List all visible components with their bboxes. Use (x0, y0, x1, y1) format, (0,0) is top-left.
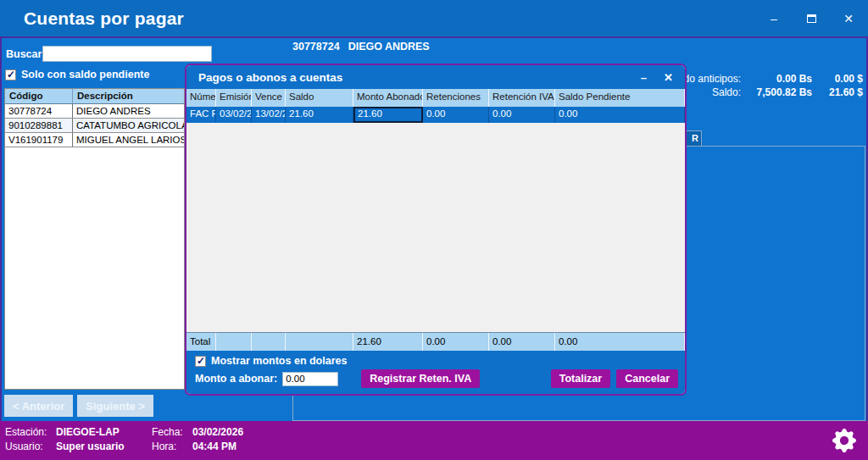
status-bar: Estación: DIEGOE-LAP Fecha: 03/02/2026 U… (0, 421, 868, 460)
settings-gear-icon[interactable] (832, 429, 856, 452)
totals-row: Total 21.60 0.00 0.00 0.00 (186, 332, 685, 351)
window-border-left (0, 38, 2, 421)
station-label: Estación: (5, 426, 49, 438)
cell-retencion-iva: 0.00 (489, 107, 555, 123)
total-saldo-pendiente: 0.00 (555, 333, 685, 351)
checkbox-checked-icon[interactable] (195, 356, 206, 367)
show-dollars-checkbox[interactable]: Mostrar montos en dolares (195, 355, 347, 367)
column-header-saldo-pendiente[interactable]: Saldo Pendiente (555, 89, 685, 107)
cell-numero: FAC FACT (186, 107, 216, 123)
window-title: Cuentas por pagar (24, 8, 184, 29)
cell-saldo: 21.60 (286, 107, 353, 123)
column-header-descripcion[interactable]: Descripción (73, 89, 133, 103)
customer-code: 30778724 (292, 41, 340, 53)
cell-code: V161901179 (5, 133, 73, 147)
column-header-retencion-iva[interactable]: Retención IVA (489, 89, 555, 107)
column-header-numero[interactable]: Número (186, 89, 216, 107)
cell-description: MIGUEL ANGEL LARIOS BOR (73, 133, 184, 147)
total-monto-abonado: 21.60 (353, 333, 423, 351)
table-row[interactable]: 30778724 DIEGO ANDRES (5, 104, 184, 119)
column-header-saldo[interactable]: Saldo (286, 89, 353, 107)
cancel-button[interactable]: Cancelar (616, 369, 678, 388)
pager: < Anterior Siguiente > (4, 395, 153, 417)
table-row[interactable]: V161901179 MIGUEL ANGEL LARIOS BOR (5, 133, 184, 147)
cell-vence: 13/02/20 (252, 107, 286, 123)
payments-modal: Pagos o abonos a cuentas – ✕ Número Emis… (185, 64, 687, 396)
search-label: Buscar: (6, 48, 46, 60)
amount-label: Monto a abonar: (195, 373, 277, 385)
total-empty-vence (252, 333, 286, 351)
invoices-table-header: Número Emisión Vence Saldo Monto Abonado… (186, 89, 685, 107)
maximize-icon[interactable] (798, 6, 824, 31)
time-label: Hora: (152, 441, 186, 452)
cell-code: 30778724 (5, 104, 73, 118)
register-iva-button[interactable]: Registrar Reten. IVA (361, 369, 480, 388)
time-value: 04:44 PM (192, 441, 243, 452)
modal-title: Pagos o abonos a cuentas (198, 71, 342, 84)
table-row[interactable]: 9010289881 CATATUMBO AGRICOLA Y V (5, 119, 184, 133)
user-value: Super usuario (56, 441, 145, 452)
modal-close-icon[interactable]: ✕ (664, 71, 673, 84)
cell-monto-abonado-editing[interactable]: 21.60 (353, 107, 423, 123)
balances-panel: Saldo anticipos: 0.00 Bs 0.00 $ Saldo: 7… (656, 73, 863, 98)
column-header-vence[interactable]: Vence (252, 89, 286, 107)
saldo-bs: 7,500.82 Bs (741, 86, 812, 98)
column-header-emision[interactable]: Emisión (216, 89, 252, 107)
next-button[interactable]: Siguiente > (77, 395, 153, 417)
pending-only-label: Solo con saldo pendiente (21, 69, 149, 80)
checkbox-checked-icon[interactable] (5, 69, 16, 80)
user-label: Usuario: (5, 441, 49, 452)
close-icon[interactable]: ✕ (836, 6, 861, 31)
column-header-retenciones[interactable]: Retenciones (423, 89, 489, 107)
cell-code: 9010289881 (5, 119, 73, 132)
cell-description: DIEGO ANDRES (73, 104, 184, 118)
invoices-table-empty-area (186, 123, 685, 332)
modal-minimize-icon[interactable]: – (641, 71, 647, 84)
anticipos-bs: 0.00 Bs (741, 73, 812, 85)
minimize-icon[interactable]: – (761, 6, 787, 31)
cell-description: CATATUMBO AGRICOLA Y V (73, 119, 184, 132)
accounts-table: Código Descripción 30778724 DIEGO ANDRES… (4, 88, 185, 390)
total-retenciones: 0.00 (423, 333, 489, 351)
maximize-box-icon (807, 14, 816, 23)
date-label: Fecha: (152, 426, 186, 438)
cell-emision: 03/02/20 (216, 107, 252, 123)
amount-input[interactable] (282, 372, 338, 386)
column-header-codigo[interactable]: Código (5, 89, 73, 103)
totalize-button[interactable]: Totalizar (551, 369, 610, 388)
modal-titlebar: Pagos o abonos a cuentas – ✕ (186, 65, 685, 89)
invoice-row-selected[interactable]: FAC FACT 03/02/20 13/02/20 21.60 21.60 0… (186, 107, 685, 123)
total-retencion-iva: 0.00 (489, 333, 555, 351)
station-value: DIEGOE-LAP (56, 426, 145, 438)
saldo-usd: 21.60 $ (812, 86, 863, 98)
anticipos-usd: 0.00 $ (812, 73, 863, 85)
accounts-table-header: Código Descripción (5, 89, 184, 104)
titlebar-divider (0, 36, 868, 38)
selected-customer-header: 30778724 DIEGO ANDRES (292, 41, 430, 53)
date-value: 03/02/2026 (192, 426, 243, 438)
cell-saldo-pendiente: 0.00 (555, 107, 685, 123)
cell-retenciones: 0.00 (423, 107, 489, 123)
column-header-monto-abonado[interactable]: Monto Abonado (353, 89, 423, 107)
show-dollars-label: Mostrar montos en dolares (211, 355, 347, 367)
modal-footer: Mostrar montos en dolares Monto a abonar… (186, 351, 685, 394)
total-empty-saldo (286, 333, 353, 351)
customer-name: DIEGO ANDRES (348, 41, 430, 53)
window-titlebar: Cuentas por pagar – ✕ (0, 0, 868, 36)
previous-button[interactable]: < Anterior (4, 395, 73, 417)
total-empty-emision (216, 333, 252, 351)
total-label: Total (186, 333, 216, 351)
search-input[interactable] (42, 46, 212, 62)
pending-only-checkbox[interactable]: Solo con saldo pendiente (5, 69, 149, 80)
